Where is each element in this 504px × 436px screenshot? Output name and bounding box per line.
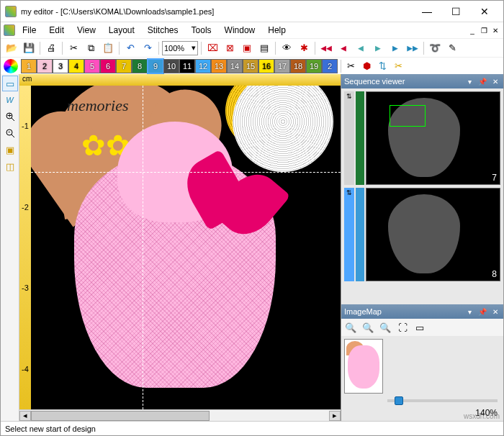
text-tool-icon[interactable]: W bbox=[2, 92, 18, 108]
nav-last-icon[interactable]: ▶▶ bbox=[405, 40, 420, 56]
hide-icon[interactable]: ✱ bbox=[296, 40, 312, 56]
fit-tool-icon[interactable]: ▣ bbox=[2, 142, 18, 158]
color-swatch-3[interactable]: 3 bbox=[53, 59, 68, 73]
color-swatch-18[interactable]: 18 bbox=[290, 59, 306, 73]
sequence-item[interactable]: ⇅7 bbox=[344, 91, 500, 185]
minimize-button[interactable]: — bbox=[413, 1, 441, 22]
print-icon[interactable]: 🖨 bbox=[43, 40, 59, 56]
im-close-icon[interactable]: ✕ bbox=[490, 306, 500, 317]
layers-icon[interactable]: ▤ bbox=[256, 40, 272, 56]
im-area-icon[interactable]: ▭ bbox=[412, 319, 428, 335]
menu-edit[interactable]: Edit bbox=[43, 24, 70, 37]
cut-icon[interactable]: ✂ bbox=[66, 40, 81, 56]
color-swatch-12[interactable]: 12 bbox=[195, 59, 211, 73]
sequence-thumb[interactable]: 8 bbox=[366, 188, 500, 281]
color-swatch-4[interactable]: 4 bbox=[68, 59, 84, 73]
copy-icon[interactable]: ⧉ bbox=[83, 40, 99, 56]
zoom-in-icon[interactable]: + bbox=[2, 109, 18, 124]
sequence-handle-icon[interactable]: ⇅ bbox=[344, 91, 354, 185]
scroll-right-icon[interactable]: ▸ bbox=[329, 411, 341, 421]
color-swatch-9[interactable]: 9 bbox=[148, 59, 163, 73]
scrollbar-horizontal[interactable]: ◂ ▸ bbox=[19, 409, 341, 421]
doc-icon bbox=[4, 24, 15, 36]
trim-icon[interactable]: ✂ bbox=[390, 58, 406, 74]
nav-prev-icon[interactable]: ◀ bbox=[336, 40, 351, 56]
color-swatch-6[interactable]: 6 bbox=[100, 59, 116, 73]
color-swatch-1[interactable]: 1 bbox=[21, 59, 37, 73]
guide-horizontal bbox=[31, 172, 341, 173]
work-area: ▭ W + - ▣ ◫ cm -1-2 -3-4 memories ✿✿✿ bbox=[1, 74, 503, 421]
color-swatch-15[interactable]: 15 bbox=[243, 59, 258, 73]
wand-icon[interactable]: ✎ bbox=[444, 40, 460, 56]
panel-pin-icon[interactable]: 📌 bbox=[477, 76, 487, 86]
color-swatch-2[interactable]: 2 bbox=[37, 59, 53, 73]
color-swatch-7[interactable]: 7 bbox=[116, 59, 132, 73]
design-canvas[interactable]: memories ✿✿✿ bbox=[31, 86, 341, 409]
im-pin-icon[interactable]: 📌 bbox=[477, 306, 487, 317]
sequence-handle-icon[interactable]: ⇅ bbox=[344, 188, 354, 281]
imagemap-header[interactable]: ImageMap ▾ 📌 ✕ bbox=[341, 304, 503, 319]
color-swatch-13[interactable]: 13 bbox=[211, 59, 227, 73]
nav-nextstep-icon[interactable]: ▶ bbox=[370, 40, 386, 56]
nav-prevstep-icon[interactable]: ◀ bbox=[353, 40, 369, 56]
im-zoomout-icon[interactable]: 🔍 bbox=[360, 319, 376, 335]
sequence-thumb[interactable]: 7 bbox=[366, 91, 500, 185]
scroll-left-icon[interactable]: ◂ bbox=[19, 411, 31, 421]
color-swatch-10[interactable]: 10 bbox=[163, 59, 179, 73]
menu-stitches[interactable]: Stitches bbox=[142, 24, 184, 37]
del-c-icon[interactable]: ▣ bbox=[239, 40, 255, 56]
undo-icon[interactable]: ↶ bbox=[122, 40, 138, 56]
color-swatch-2[interactable]: 2 bbox=[322, 59, 338, 73]
select-tool-icon[interactable]: ▭ bbox=[2, 76, 18, 91]
redo-icon[interactable]: ↷ bbox=[140, 40, 156, 56]
menu-view[interactable]: View bbox=[71, 24, 102, 37]
panel-dropdown-icon[interactable]: ▾ bbox=[464, 76, 474, 86]
del-b-icon[interactable]: ⊠ bbox=[222, 40, 238, 56]
mdi-restore[interactable]: ❐ bbox=[479, 25, 489, 35]
sequence-header[interactable]: Sequence viewer ▾ 📌 ✕ bbox=[341, 74, 503, 88]
nav-next-icon[interactable]: ▶ bbox=[387, 40, 403, 56]
menu-help[interactable]: Help bbox=[262, 24, 292, 37]
color-swatch-5[interactable]: 5 bbox=[84, 59, 100, 73]
zoom-combo[interactable]: 100%▾ bbox=[162, 41, 198, 55]
menu-window[interactable]: Window bbox=[219, 24, 261, 37]
open-icon[interactable]: 📂 bbox=[4, 40, 19, 56]
maximize-button[interactable]: ☐ bbox=[441, 1, 470, 22]
imagemap-thumbnail[interactable] bbox=[344, 339, 383, 394]
window-title: my editor - [C:\Users\KOMAL\Downloads\sa… bbox=[21, 7, 214, 16]
design-text: memories bbox=[67, 96, 129, 115]
guide-vertical bbox=[143, 86, 143, 409]
im-fit-icon[interactable]: ⛶ bbox=[395, 319, 410, 335]
save-icon[interactable]: 💾 bbox=[21, 40, 37, 56]
color-swatch-14[interactable]: 14 bbox=[227, 59, 243, 73]
mdi-minimize[interactable]: _ bbox=[467, 25, 477, 35]
color-swatch-19[interactable]: 19 bbox=[306, 59, 322, 73]
im-zoomin-icon[interactable]: 🔍 bbox=[343, 319, 359, 335]
color-swatch-8[interactable]: 8 bbox=[132, 59, 148, 73]
zoom-out-icon[interactable]: - bbox=[2, 125, 18, 141]
sequence-body: ⇅7⇅8 bbox=[341, 88, 503, 304]
color-wheel-icon[interactable] bbox=[4, 59, 18, 73]
color-swatch-16[interactable]: 16 bbox=[258, 59, 274, 73]
color-swatch-17[interactable]: 17 bbox=[274, 59, 290, 73]
panel-close-icon[interactable]: ✕ bbox=[490, 76, 500, 86]
del-a-icon[interactable]: ⌧ bbox=[204, 40, 220, 56]
color-swatch-11[interactable]: 11 bbox=[179, 59, 195, 73]
menu-layout[interactable]: Layout bbox=[103, 24, 140, 37]
lasso-icon[interactable]: ➰ bbox=[427, 40, 443, 56]
paste-icon[interactable]: 📋 bbox=[100, 40, 116, 56]
align-icon[interactable]: ⇅ bbox=[374, 58, 390, 74]
nav-first-icon[interactable]: ◀◀ bbox=[318, 40, 334, 56]
hoop-tool-icon[interactable]: ◫ bbox=[2, 158, 18, 174]
sequence-item[interactable]: ⇅8 bbox=[344, 188, 500, 281]
eye-icon[interactable]: 👁 bbox=[279, 40, 294, 56]
imagemap-zoom-slider[interactable] bbox=[387, 399, 498, 402]
stop-icon[interactable]: ⬢ bbox=[359, 58, 374, 74]
menu-file[interactable]: File bbox=[17, 24, 42, 37]
mdi-close[interactable]: ✕ bbox=[490, 25, 500, 35]
im-zoomreset-icon[interactable]: 🔍 bbox=[377, 319, 393, 335]
close-button[interactable]: ✕ bbox=[470, 1, 499, 22]
im-dropdown-icon[interactable]: ▾ bbox=[464, 306, 474, 317]
scissors-icon[interactable]: ✂ bbox=[343, 58, 359, 74]
menu-tools[interactable]: Tools bbox=[186, 24, 217, 37]
